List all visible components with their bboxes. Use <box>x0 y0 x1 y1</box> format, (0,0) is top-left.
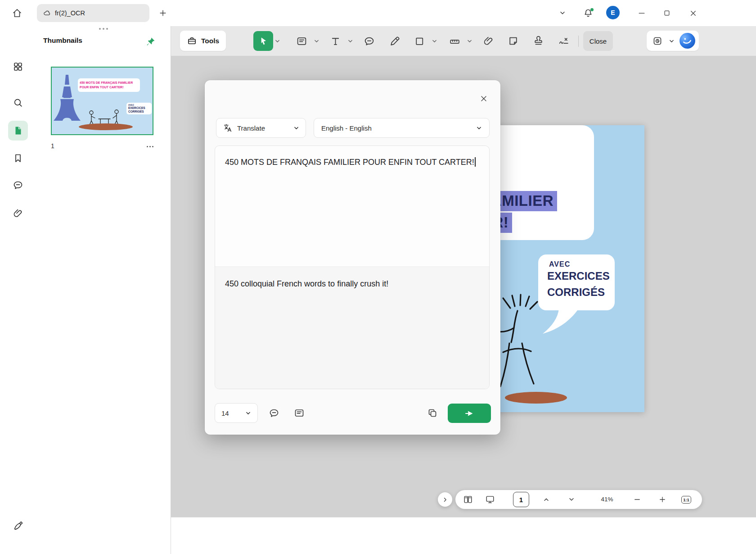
comment-icon <box>13 180 23 191</box>
shape-tool-button[interactable] <box>410 31 429 51</box>
expand-controls-button[interactable] <box>438 492 452 507</box>
maximize-button[interactable] <box>658 5 676 21</box>
actual-size-label: 1:1 <box>681 496 691 504</box>
minimize-icon <box>637 9 646 18</box>
document-page-icon <box>13 125 23 136</box>
thumb-title-line2: POUR ENFIN TOUT CARTER! <box>80 85 138 90</box>
page-exercices-text: EXERCICES <box>547 270 610 282</box>
chevron-down-icon <box>669 38 675 44</box>
actual-size-button[interactable]: 1:1 <box>680 494 693 505</box>
zoom-out-button[interactable] <box>630 492 644 507</box>
comment-tool-button[interactable] <box>359 31 379 51</box>
highlighter-tool-button[interactable] <box>385 31 405 51</box>
sticker-tool-button[interactable] <box>503 31 523 51</box>
two-page-view-icon <box>463 495 473 504</box>
pushpin-icon <box>146 36 156 46</box>
font-size-value: 14 <box>221 409 229 417</box>
translate-mode-dropdown[interactable]: Translate <box>216 118 306 138</box>
comment-icon <box>269 408 279 418</box>
sticker-icon <box>508 36 519 47</box>
cursor-icon <box>258 36 269 46</box>
signature-tool-button[interactable] <box>554 31 573 51</box>
copy-result-button[interactable] <box>423 404 442 422</box>
plus-icon <box>658 495 666 504</box>
translate-content-box: 450 MOTS DE FRANQAIS FAMILIER POUR ENFIN… <box>215 145 490 389</box>
page-1-thumbnail[interactable]: 450 MOTS DE FRANÇAIS FAMILIER POUR ENFIN… <box>51 67 153 135</box>
titlebar: fr(2)_OCR E <box>0 0 756 26</box>
next-page-button[interactable] <box>564 492 579 507</box>
measure-tool-dropdown[interactable] <box>466 31 473 51</box>
thumbnails-panel: Thumbnails 450 MOTS DE FRANÇAIS FAMILIER… <box>36 26 171 554</box>
close-tools-button[interactable]: Close <box>583 31 613 51</box>
square-shape-icon <box>414 36 425 47</box>
minus-icon <box>633 495 641 504</box>
ground-ellipse <box>505 392 567 404</box>
chevron-up-icon <box>543 496 549 503</box>
edit-textbox-icon <box>296 36 307 47</box>
previous-page-button[interactable] <box>539 492 554 507</box>
save-group <box>647 31 699 51</box>
page-layout-button[interactable] <box>459 492 477 507</box>
notifications-button[interactable] <box>580 5 596 21</box>
close-window-button[interactable] <box>684 5 702 21</box>
sidebar-thumbnails-button[interactable] <box>8 121 28 141</box>
zoom-level[interactable]: 41% <box>596 490 618 509</box>
source-text-area[interactable]: 450 MOTS DE FRANQAIS FAMILIER POUR ENFIN… <box>215 146 489 267</box>
result-text: 450 colloquial French words to finally c… <box>225 279 388 288</box>
select-tool-button[interactable] <box>253 31 273 51</box>
text-cursor <box>475 157 476 167</box>
grid-icon <box>13 61 23 72</box>
tools-button[interactable]: Tools <box>180 31 226 51</box>
minimize-button[interactable] <box>633 5 651 21</box>
chevron-down-icon <box>467 38 472 44</box>
translate-mode-label: Translate <box>237 124 265 132</box>
shape-tool-dropdown[interactable] <box>431 31 438 51</box>
page-number-input[interactable]: 1 <box>513 492 529 507</box>
text-tool-button[interactable] <box>325 31 345 51</box>
document-tab[interactable]: fr(2)_OCR <box>37 4 149 22</box>
thumb-corriges-text: CORRIGÉS <box>128 110 150 113</box>
chevron-down-icon <box>274 38 280 44</box>
thumbnail-options-button[interactable] <box>144 142 156 150</box>
translate-icon <box>223 123 233 133</box>
select-tool-dropdown[interactable] <box>274 31 281 51</box>
sidebar-pen-tools-button[interactable] <box>8 515 28 535</box>
new-tab-button[interactable] <box>156 6 170 20</box>
edit-text-tool-button[interactable] <box>292 31 311 51</box>
ai-assistant-button[interactable] <box>679 32 696 49</box>
paperclip-icon <box>483 36 494 47</box>
sidebar-comments-button[interactable] <box>8 175 28 195</box>
font-size-dropdown[interactable]: 14 <box>215 403 258 423</box>
stick-figure-illustration <box>494 293 557 399</box>
text-tool-dropdown[interactable] <box>346 31 354 51</box>
dialog-close-button[interactable] <box>477 91 491 106</box>
save-dropdown[interactable] <box>667 32 675 50</box>
home-button[interactable] <box>9 5 25 21</box>
add-comment-button[interactable] <box>264 404 284 422</box>
cloud-sync-icon <box>43 9 51 17</box>
pin-panel-button[interactable] <box>144 34 158 49</box>
avatar[interactable]: E <box>606 6 620 19</box>
insert-textbox-button[interactable] <box>289 404 309 422</box>
stamp-tool-button[interactable] <box>528 31 548 51</box>
toolbox-icon <box>187 36 197 46</box>
attachment-tool-button[interactable] <box>478 31 498 51</box>
measure-tool-button[interactable] <box>445 31 464 51</box>
chevron-down-icon <box>293 125 299 131</box>
sidebar-bookmarks-button[interactable] <box>8 148 28 168</box>
close-icon <box>479 94 488 103</box>
edit-text-tool-dropdown[interactable] <box>313 31 320 51</box>
presentation-mode-button[interactable] <box>481 492 499 507</box>
ai-assistant-icon <box>679 32 696 49</box>
panel-drag-handle-icon[interactable] <box>99 28 108 30</box>
tab-list-dropdown-button[interactable] <box>554 5 571 21</box>
sidebar-search-button[interactable] <box>8 93 28 113</box>
bottom-bar <box>171 517 756 554</box>
sidebar-home-grid-button[interactable] <box>8 57 28 77</box>
sidebar-attachments-button[interactable] <box>8 204 28 223</box>
language-pair-dropdown[interactable]: English - English <box>314 118 490 138</box>
save-button[interactable] <box>648 32 666 50</box>
zoom-in-button[interactable] <box>655 492 670 507</box>
send-translate-button[interactable] <box>448 404 491 423</box>
thumb-title-bubble: 450 MOTS DE FRANÇAIS FAMILIER POUR ENFIN… <box>78 78 140 92</box>
